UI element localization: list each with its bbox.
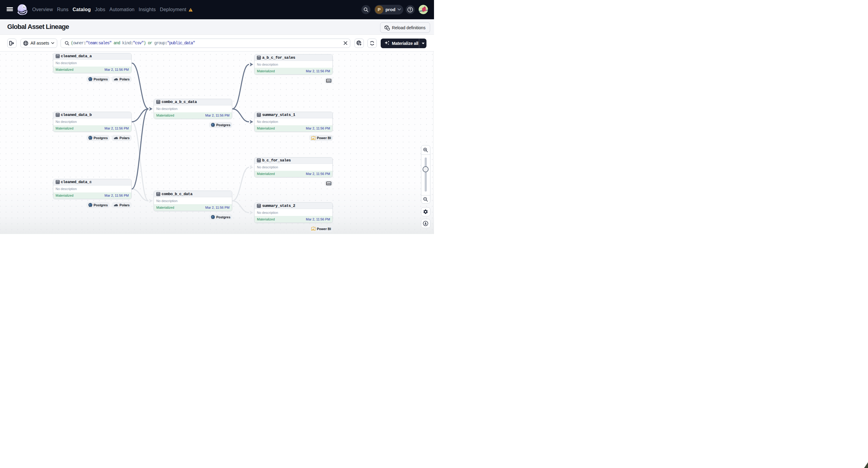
- svg-text:csv: csv: [327, 182, 331, 185]
- svg-text:csv: csv: [327, 80, 331, 82]
